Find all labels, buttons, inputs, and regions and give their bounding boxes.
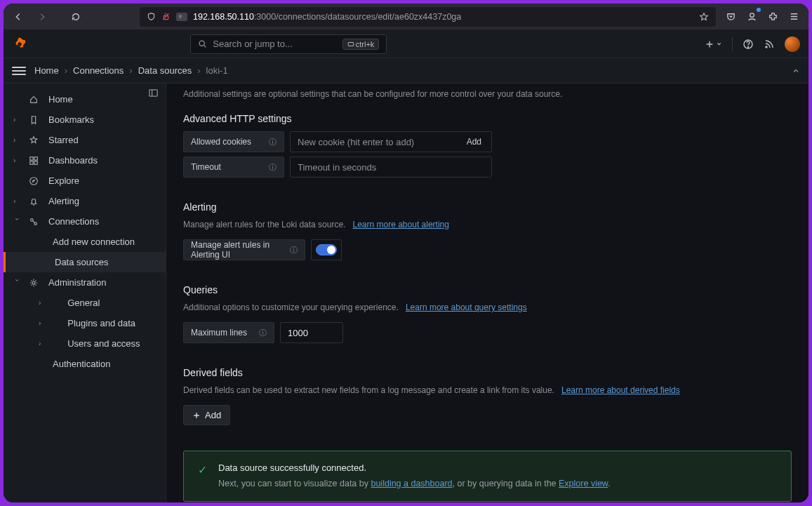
sidebar-item-administration[interactable]: › Administration: [4, 272, 166, 293]
max-lines-input[interactable]: 1000: [280, 322, 343, 343]
sidebar-item-add-connection[interactable]: Add new connection: [4, 232, 166, 252]
lock-insecure-icon: [161, 12, 171, 21]
svg-point-23: [34, 222, 37, 225]
plug-icon: [29, 217, 40, 227]
timeout-label: Timeout ⓘ: [183, 157, 284, 178]
search-input[interactable]: Search or jump to... ctrl+k: [190, 34, 387, 54]
check-icon: ✓: [198, 463, 207, 488]
sidebar-item-data-sources[interactable]: Data sources: [4, 252, 166, 272]
breadcrumb-bar: Home › Connections › Data sources › loki…: [4, 58, 808, 84]
sidebar-item-dashboards[interactable]: › Dashboards: [4, 150, 166, 171]
rss-icon[interactable]: [764, 39, 775, 50]
learn-more-derived-link[interactable]: Learn more about derived fields: [561, 385, 680, 395]
search-placeholder: Search or jump to...: [213, 39, 292, 49]
info-icon[interactable]: ⓘ: [269, 137, 277, 147]
sidebar-item-authentication[interactable]: Authentication: [4, 354, 166, 374]
advanced-http-title: Advanced HTTP settings: [183, 113, 792, 124]
additional-settings-hint: Additional settings are optional setting…: [183, 89, 792, 99]
connection-badge: ᯤ: [176, 13, 187, 21]
star-icon: [29, 135, 40, 145]
app-menu-icon[interactable]: [785, 8, 803, 26]
app-header: Search or jump to... ctrl+k: [4, 30, 808, 58]
alerting-hint: Manage alert rules for the Loki data sou…: [183, 220, 792, 229]
dashboard-icon: [29, 156, 40, 166]
breadcrumb-home[interactable]: Home: [34, 65, 59, 76]
breadcrumb-connections[interactable]: Connections: [73, 65, 124, 76]
svg-point-13: [747, 46, 748, 47]
info-icon[interactable]: ⓘ: [290, 245, 298, 255]
manage-alerts-label: Manage alert rules in Alerting UI ⓘ: [183, 239, 305, 260]
svg-point-14: [766, 46, 767, 48]
svg-point-2: [750, 13, 754, 18]
svg-rect-17: [30, 157, 33, 159]
main-content: Additional settings are optional setting…: [166, 84, 808, 502]
bell-icon: [29, 197, 40, 206]
explore-view-link[interactable]: Explore view: [559, 479, 608, 488]
timeout-input[interactable]: Timeout in seconds: [290, 157, 492, 178]
derived-hint: Derived fields can be used to extract ne…: [183, 385, 792, 395]
sidebar-item-home[interactable]: Home: [4, 89, 166, 109]
allowed-cookies-label: Allowed cookies ⓘ: [183, 131, 284, 152]
manage-alerts-toggle[interactable]: [316, 244, 337, 255]
derived-title: Derived fields: [183, 367, 792, 378]
svg-point-6: [18, 42, 22, 46]
sidebar-item-starred[interactable]: › Starred: [4, 130, 166, 150]
sidebar-item-bookmarks[interactable]: › Bookmarks: [4, 109, 166, 130]
browser-forward-button[interactable]: [33, 8, 51, 26]
plus-icon: [192, 411, 201, 420]
svg-rect-9: [348, 42, 354, 46]
learn-more-alerting-link[interactable]: Learn more about alerting: [353, 220, 449, 229]
svg-rect-20: [34, 161, 37, 164]
sidebar-item-plugins[interactable]: › Plugins and data: [4, 313, 166, 333]
build-dashboard-link[interactable]: building a dashboard: [371, 479, 452, 488]
sidebar-item-alerting[interactable]: › Alerting: [4, 191, 166, 211]
menu-toggle-button[interactable]: [12, 64, 26, 78]
browser-toolbar: ᯤ 192.168.50.110:3000/connections/dataso…: [4, 4, 808, 30]
breadcrumb-datasources[interactable]: Data sources: [138, 65, 192, 76]
browser-url-bar[interactable]: ᯤ 192.168.50.110:3000/connections/dataso…: [140, 7, 716, 27]
allowed-cookies-input[interactable]: New cookie (hit enter to add) Add: [290, 131, 492, 152]
svg-point-24: [32, 281, 35, 284]
pocket-icon[interactable]: [721, 8, 740, 26]
compass-icon: [29, 176, 40, 186]
svg-rect-15: [149, 90, 157, 96]
bookmark-star-icon[interactable]: [699, 12, 709, 22]
shield-icon: [147, 12, 156, 21]
add-derived-field-button[interactable]: Add: [183, 405, 230, 425]
alerting-title: Alerting: [183, 201, 792, 213]
dock-sidebar-icon[interactable]: [148, 88, 159, 98]
sidebar-item-general[interactable]: › General: [4, 293, 166, 313]
svg-rect-19: [30, 161, 33, 164]
success-alert: ✓ Data source successfully connected. Ne…: [183, 451, 792, 502]
home-icon: [29, 95, 40, 105]
breadcrumb-current: loki-1: [206, 65, 228, 76]
extensions-icon[interactable]: [764, 8, 782, 26]
sidebar: Home › Bookmarks › Starred › Dashboards …: [4, 84, 166, 502]
breadcrumb: Home › Connections › Data sources › loki…: [34, 65, 228, 76]
search-icon: [198, 39, 207, 48]
avatar[interactable]: [785, 36, 800, 52]
new-button[interactable]: [705, 39, 722, 49]
info-icon[interactable]: ⓘ: [269, 162, 277, 173]
svg-point-22: [31, 218, 34, 221]
add-cookie-link[interactable]: Add: [467, 137, 484, 147]
sidebar-item-connections[interactable]: › Connections: [4, 211, 166, 232]
sidebar-item-users[interactable]: › Users and access: [4, 333, 166, 354]
svg-point-7: [199, 41, 204, 46]
sidebar-item-explore[interactable]: Explore: [4, 171, 166, 191]
help-icon[interactable]: [743, 39, 754, 50]
learn-more-queries-link[interactable]: Learn more about query settings: [406, 302, 527, 312]
info-icon[interactable]: ⓘ: [259, 328, 267, 338]
svg-rect-18: [34, 157, 37, 159]
grafana-logo[interactable]: [12, 36, 27, 52]
svg-line-8: [204, 46, 206, 47]
divider: [732, 37, 733, 51]
search-shortcut: ctrl+k: [342, 39, 380, 50]
browser-reload-button[interactable]: [67, 8, 85, 26]
gear-icon: [29, 278, 40, 288]
max-lines-label: Maximum lines ⓘ: [183, 322, 274, 343]
success-body: Next, you can start to visualize data by…: [218, 479, 611, 488]
collapse-caret-icon[interactable]: [792, 67, 800, 75]
account-icon[interactable]: [743, 8, 761, 26]
browser-back-button[interactable]: [9, 8, 27, 26]
